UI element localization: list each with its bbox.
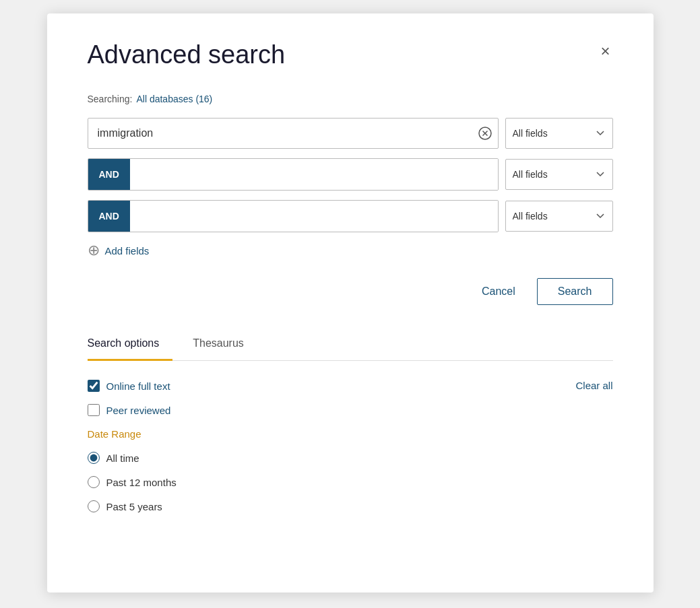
dialog-header: Advanced search × — [88, 40, 613, 69]
search-row-2: AND All fields Title Author Subject Abst… — [88, 158, 613, 191]
field-select-3[interactable]: All fields Title Author Subject Abstract — [505, 201, 613, 232]
past-12-months-label[interactable]: Past 12 months — [106, 477, 177, 488]
and-button-2[interactable]: AND — [88, 159, 130, 190]
options-section: Clear all Online full text Peer reviewed… — [88, 380, 613, 512]
add-fields-label: Add fields — [105, 245, 150, 257]
add-fields-row[interactable]: ⊕ Add fields — [88, 242, 613, 259]
radio-row-past-12-months: Past 12 months — [88, 476, 613, 488]
radio-row-past-5-years: Past 5 years — [88, 500, 613, 512]
tabs-row: Search options Thesaurus — [88, 329, 613, 361]
close-button[interactable]: × — [598, 40, 612, 62]
and-button-3[interactable]: AND — [88, 201, 130, 232]
and-input-group-2: AND — [88, 158, 499, 191]
advanced-search-dialog: Advanced search × Searching: All databas… — [47, 13, 654, 593]
tab-thesaurus[interactable]: Thesaurus — [193, 329, 257, 361]
search-row-3: AND All fields Title Author Subject Abst… — [88, 200, 613, 232]
search-input-3[interactable] — [130, 201, 498, 232]
search-input-2[interactable] — [130, 159, 498, 190]
checkbox-row-online-full-text: Online full text — [88, 380, 613, 392]
databases-link[interactable]: All databases (16) — [136, 94, 212, 104]
clear-input-button-1[interactable] — [478, 127, 492, 140]
online-full-text-checkbox[interactable] — [88, 380, 100, 392]
add-icon: ⊕ — [88, 242, 100, 259]
search-input-1[interactable] — [88, 118, 499, 149]
clear-all-button[interactable]: Clear all — [575, 380, 612, 391]
radio-row-all-time: All time — [88, 452, 613, 464]
past-5-years-label[interactable]: Past 5 years — [106, 501, 162, 512]
tab-search-options[interactable]: Search options — [88, 329, 173, 361]
field-select-2[interactable]: All fields Title Author Subject Abstract — [505, 159, 613, 190]
past-5-years-radio[interactable] — [88, 500, 100, 512]
cancel-button[interactable]: Cancel — [471, 280, 526, 303]
date-range-label: Date Range — [88, 428, 613, 440]
field-select-1[interactable]: All fields Title Author Subject Abstract — [505, 118, 613, 149]
searching-label: Searching: — [88, 94, 133, 104]
search-input-wrapper-1 — [88, 118, 499, 149]
search-row-1: All fields Title Author Subject Abstract — [88, 118, 613, 149]
peer-reviewed-checkbox[interactable] — [88, 404, 100, 416]
dialog-title: Advanced search — [88, 40, 286, 69]
online-full-text-label[interactable]: Online full text — [106, 380, 170, 392]
searching-row: Searching: All databases (16) — [88, 94, 613, 104]
all-time-radio[interactable] — [88, 452, 100, 464]
search-button[interactable]: Search — [537, 278, 613, 305]
peer-reviewed-label[interactable]: Peer reviewed — [106, 405, 171, 416]
and-input-group-3: AND — [88, 200, 499, 232]
action-row: Cancel Search — [88, 278, 613, 305]
checkbox-row-peer-reviewed: Peer reviewed — [88, 404, 613, 416]
past-12-months-radio[interactable] — [88, 476, 100, 488]
all-time-label[interactable]: All time — [106, 452, 139, 464]
